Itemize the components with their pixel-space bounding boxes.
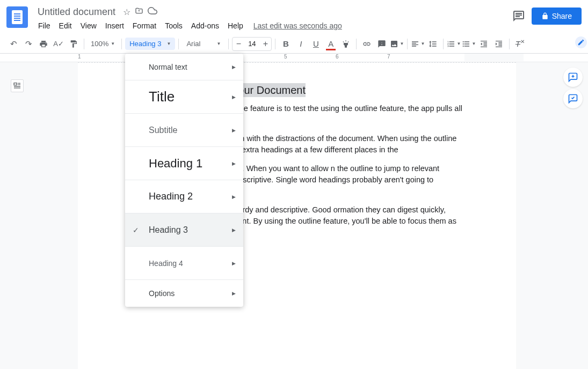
ruler-mark: 6 [336, 54, 339, 60]
submenu-arrow-icon: ▶ [232, 128, 236, 133]
align-button[interactable]: ▼ [411, 37, 425, 51]
zoom-select[interactable]: 100%▼ [88, 38, 118, 50]
style-option-label: Options [149, 289, 175, 298]
menu-add-ons[interactable]: Add-ons [187, 19, 223, 32]
toolbar: ↶ ↷ A✓ 100%▼ Heading 3▼ Arial▼ − 14 + B … [0, 34, 588, 54]
style-option-label: Subtitle [149, 126, 177, 135]
style-option-label: Heading 2 [149, 191, 193, 202]
style-option-label: Heading 3 [149, 225, 188, 235]
style-option-label: Normal text [149, 63, 187, 71]
bold-button[interactable]: B [279, 37, 293, 51]
menu-file[interactable]: File [34, 19, 54, 32]
font-size-increase[interactable]: + [259, 38, 271, 50]
decrease-indent-button[interactable] [477, 37, 491, 51]
paragraph-style-select[interactable]: Heading 3▼ [125, 38, 175, 50]
svg-rect-2 [516, 16, 520, 17]
menubar: FileEditViewInsertFormatToolsAdd-onsHelp… [34, 19, 512, 32]
document-title[interactable]: Untitled document [34, 5, 119, 19]
svg-rect-3 [14, 83, 17, 85]
submenu-arrow-icon: ▶ [232, 261, 236, 266]
style-option-subtitle[interactable]: Subtitle▶ [125, 114, 243, 147]
suggest-edits-side-button[interactable] [563, 89, 583, 108]
submenu-arrow-icon: ▶ [232, 194, 236, 200]
submenu-arrow-icon: ▶ [232, 227, 236, 233]
ruler-mark: 5 [284, 54, 287, 60]
canvas-area: e the Organization of Your Document ns t… [0, 62, 588, 369]
menu-tools[interactable]: Tools [161, 19, 186, 32]
style-option-heading-2[interactable]: Heading 2▶ [125, 180, 243, 213]
font-select[interactable]: Arial▼ [182, 38, 225, 50]
style-option-label: Heading 1 [149, 157, 202, 171]
lock-icon [541, 12, 549, 20]
ruler[interactable]: 1234567 [0, 54, 588, 62]
svg-rect-1 [516, 14, 522, 16]
svg-rect-0 [516, 13, 522, 14]
ruler-mark: 7 [387, 54, 390, 60]
share-label: Share [552, 12, 572, 20]
app-header: Untitled document ☆ FileEditViewInsertFo… [0, 0, 588, 34]
menu-view[interactable]: View [77, 19, 100, 32]
numbered-list-button[interactable]: ▼ [447, 37, 461, 51]
share-button[interactable]: Share [532, 8, 582, 25]
menu-edit[interactable]: Edit [55, 19, 76, 32]
add-comment-button[interactable] [375, 37, 389, 51]
underline-button[interactable]: U [309, 37, 323, 51]
redo-button[interactable]: ↷ [21, 37, 35, 51]
style-option-heading-3[interactable]: ✓Heading 3▶ [125, 213, 243, 247]
docs-logo-icon[interactable] [6, 6, 28, 28]
editing-mode-button[interactable] [575, 36, 587, 48]
submenu-arrow-icon: ▶ [232, 291, 236, 296]
line-spacing-button[interactable] [426, 37, 440, 51]
font-size-decrease[interactable]: − [233, 38, 244, 50]
ruler-mark: 1 [78, 54, 81, 60]
menu-format[interactable]: Format [129, 19, 160, 32]
menu-help[interactable]: Help [224, 19, 247, 32]
font-size-box: − 14 + [232, 37, 272, 51]
increase-indent-button[interactable] [492, 37, 506, 51]
submenu-arrow-icon: ▶ [232, 94, 236, 100]
paint-format-button[interactable] [67, 37, 81, 51]
open-comments-icon[interactable] [512, 10, 525, 23]
style-option-label: Title [149, 88, 175, 105]
insert-link-button[interactable] [360, 37, 374, 51]
style-option-title[interactable]: Title▶ [125, 80, 243, 114]
submenu-arrow-icon: ▶ [232, 161, 236, 166]
italic-button[interactable]: I [294, 37, 308, 51]
style-option-heading-1[interactable]: Heading 1▶ [125, 147, 243, 180]
check-icon: ✓ [133, 226, 139, 234]
star-icon[interactable]: ☆ [123, 7, 130, 17]
outline-toggle-button[interactable] [11, 79, 24, 92]
cloud-status-icon[interactable] [148, 6, 157, 18]
undo-button[interactable]: ↶ [6, 37, 20, 51]
text-color-button[interactable]: A [324, 37, 338, 51]
style-option-heading-4[interactable]: Heading 4▶ [125, 247, 243, 280]
paragraph-style-dropdown: Normal text▶Title▶Subtitle▶Heading 1▶Hea… [125, 54, 243, 307]
style-option-label: Heading 4 [149, 259, 183, 268]
menu-insert[interactable]: Insert [101, 19, 128, 32]
insert-image-button[interactable]: ▼ [390, 37, 404, 51]
clear-formatting-button[interactable]: T✕ [513, 37, 527, 51]
spellcheck-button[interactable]: A✓ [52, 37, 66, 51]
add-comment-side-button[interactable] [563, 68, 583, 87]
move-icon[interactable] [135, 6, 143, 17]
style-option-normal-text[interactable]: Normal text▶ [125, 54, 243, 80]
last-edit-link[interactable]: Last edit was seconds ago [253, 21, 342, 30]
style-option-options[interactable]: Options▶ [125, 280, 243, 307]
font-size-value[interactable]: 14 [244, 40, 259, 48]
submenu-arrow-icon: ▶ [232, 64, 236, 70]
bulleted-list-button[interactable]: ▼ [462, 37, 476, 51]
print-button[interactable] [37, 37, 50, 51]
highlight-button[interactable] [339, 37, 353, 51]
